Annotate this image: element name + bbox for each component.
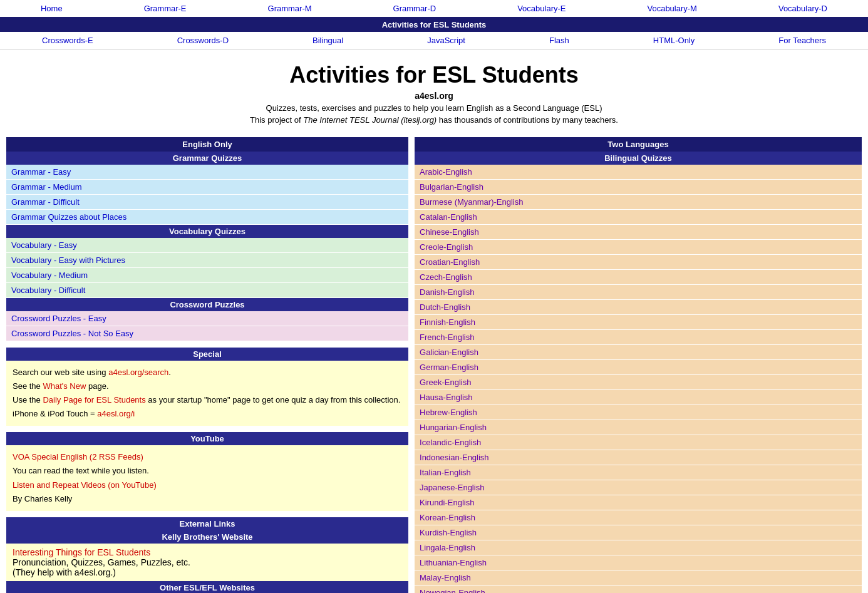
bilingual-arabic[interactable]: Arabic-English — [415, 165, 862, 180]
iphone-link[interactable]: a4esl.org/i — [97, 409, 135, 418]
listen-repeat-link[interactable]: Listen and Repeat Videos (on YouTube) — [13, 480, 157, 490]
kelly-desc-2: (They help with a4esl.org.) — [13, 567, 116, 577]
vocab-medium-link[interactable]: Vocabulary - Medium — [6, 268, 408, 283]
page-title: Activities for ESL Students — [0, 62, 868, 88]
grammar-medium-link[interactable]: Grammar - Medium — [6, 180, 408, 195]
bilingual-danish[interactable]: Danish-English — [415, 285, 862, 300]
bilingual-lingala[interactable]: Lingala-English — [415, 540, 862, 555]
special-box: Search our web site using a4esl.org/sear… — [6, 361, 408, 426]
nav-crosswords-d[interactable]: Crosswords-D — [172, 34, 234, 46]
bilingual-icelandic[interactable]: Icelandic-English — [415, 435, 862, 450]
kelly-brothers-header: Kelly Brothers' Website — [6, 530, 408, 544]
nav-vocab-m[interactable]: Vocabulary-M — [642, 3, 701, 14]
other-esl-header: Other ESL/EFL Websites — [6, 581, 408, 593]
bilingual-finnish[interactable]: Finnish-English — [415, 315, 862, 330]
vocab-quizzes-header: Vocabulary Quizzes — [6, 225, 408, 238]
daily-page-link[interactable]: Daily Page for ESL Students — [43, 395, 145, 405]
bilingual-norwegian[interactable]: Nowegian-English — [415, 585, 862, 593]
youtube-box: VOA Special English (2 RSS Feeds) You ca… — [6, 445, 408, 510]
bilingual-indonesian[interactable]: Indonesian-English — [415, 450, 862, 465]
bilingual-italian[interactable]: Italian-English — [415, 465, 862, 480]
voa-desc: You can read the text while you listen. — [13, 466, 149, 475]
charles-kelly-credit: By Charles Kelly — [13, 494, 72, 503]
bilingual-bulgarian[interactable]: Bulgarian-English — [415, 180, 862, 195]
nav-crosswords-e[interactable]: Crosswords-E — [37, 34, 98, 46]
nav-vocab-e[interactable]: Vocabulary-E — [512, 3, 571, 14]
description-2: This project of The Internet TESL Journa… — [0, 115, 868, 125]
crossword-not-so-easy-link[interactable]: Crossword Puzzles - Not So Easy — [6, 326, 408, 341]
bilingual-creole[interactable]: Creole-English — [415, 240, 862, 255]
bilingual-chinese[interactable]: Chinese-English — [415, 225, 862, 240]
grammar-places-link[interactable]: Grammar Quizzes about Places — [6, 210, 408, 225]
bilingual-galician[interactable]: Galician-English — [415, 345, 862, 360]
nav-grammar-d[interactable]: Grammar-D — [388, 3, 442, 14]
kelly-desc-1: Pronunciation, Quizzes, Games, Puzzles, … — [13, 557, 190, 567]
grammar-difficult-link[interactable]: Grammar - Difficult — [6, 195, 408, 210]
bilingual-catalan[interactable]: Catalan-English — [415, 210, 862, 225]
nav-flash[interactable]: Flash — [544, 34, 574, 46]
two-languages-header: Two Languages — [415, 137, 862, 152]
vocab-easy-link[interactable]: Vocabulary - Easy — [6, 238, 408, 253]
nav-html-only[interactable]: HTML-Only — [648, 34, 700, 46]
nav-bilingual[interactable]: Bilingual — [307, 34, 348, 46]
nav-javascript[interactable]: JavaScript — [422, 34, 470, 46]
nav-grammar-m[interactable]: Grammar-M — [263, 3, 317, 14]
nav-row-2: Crosswords-E Crosswords-D Bilingual Java… — [0, 32, 868, 49]
interesting-things-link[interactable]: Interesting Things for ESL Students — [13, 547, 150, 557]
bilingual-czech[interactable]: Czech-English — [415, 270, 862, 285]
bilingual-burmese[interactable]: Burmese (Myanmar)-English — [415, 195, 862, 210]
whats-new-link[interactable]: What's New — [43, 381, 86, 391]
nav-for-teachers[interactable]: For Teachers — [773, 34, 831, 46]
kelly-content: Interesting Things for ESL Students Pron… — [6, 544, 408, 581]
external-links-header: External Links — [6, 517, 408, 530]
description-1: Quizzes, tests, exercises and puzzles to… — [0, 103, 868, 113]
main-content: English Only Grammar Quizzes Grammar - E… — [0, 137, 868, 593]
nav-home[interactable]: Home — [36, 3, 68, 14]
left-column: English Only Grammar Quizzes Grammar - E… — [6, 137, 408, 593]
grammar-easy-link[interactable]: Grammar - Easy — [6, 165, 408, 180]
vocab-difficult-link[interactable]: Vocabulary - Difficult — [6, 283, 408, 298]
bilingual-croatian[interactable]: Croatian-English — [415, 255, 862, 270]
bilingual-korean[interactable]: Korean-English — [415, 510, 862, 525]
search-link[interactable]: a4esl.org/search — [108, 368, 168, 377]
bilingual-german[interactable]: German-English — [415, 360, 862, 375]
right-column: Two Languages Bilingual Quizzes Arabic-E… — [408, 137, 862, 593]
crossword-easy-link[interactable]: Crossword Puzzles - Easy — [6, 311, 408, 326]
nav-vocab-d[interactable]: Vocabulary-D — [773, 3, 832, 14]
special-header: Special — [6, 348, 408, 361]
crossword-header: Crossword Puzzles — [6, 298, 408, 311]
bilingual-greek[interactable]: Greek-English — [415, 375, 862, 390]
youtube-header: YouTube — [6, 432, 408, 445]
bilingual-japanese[interactable]: Japanese-English — [415, 480, 862, 495]
bilingual-hebrew[interactable]: Hebrew-English — [415, 405, 862, 420]
grammar-quizzes-header: Grammar Quizzes — [6, 152, 408, 165]
bilingual-hungarian[interactable]: Hungarian-English — [415, 420, 862, 435]
nav-highlight-bar: Activities for ESL Students — [0, 17, 868, 32]
bilingual-malay[interactable]: Malay-English — [415, 570, 862, 585]
site-url: a4esl.org — [0, 91, 868, 101]
english-only-header: English Only — [6, 137, 408, 152]
vocab-easy-pictures-link[interactable]: Vocabulary - Easy with Pictures — [6, 253, 408, 268]
bilingual-hausa[interactable]: Hausa-English — [415, 390, 862, 405]
page-header: Activities for ESL Students a4esl.org Qu… — [0, 49, 868, 131]
bilingual-french[interactable]: French-English — [415, 330, 862, 345]
bilingual-lithuanian[interactable]: Lithuanian-English — [415, 555, 862, 570]
voa-link[interactable]: VOA Special English (2 RSS Feeds) — [13, 452, 143, 462]
journal-name: The Internet TESL Journal (iteslj.org) — [303, 115, 437, 125]
bilingual-quizzes-header: Bilingual Quizzes — [415, 152, 862, 165]
bilingual-kurdish[interactable]: Kurdish-English — [415, 525, 862, 540]
nav-grammar-e[interactable]: Grammar-E — [139, 3, 192, 14]
bilingual-dutch[interactable]: Dutch-English — [415, 300, 862, 315]
nav-row-1: Home Grammar-E Grammar-M Grammar-D Vocab… — [0, 0, 868, 17]
bilingual-kirundi[interactable]: Kirundi-English — [415, 495, 862, 510]
